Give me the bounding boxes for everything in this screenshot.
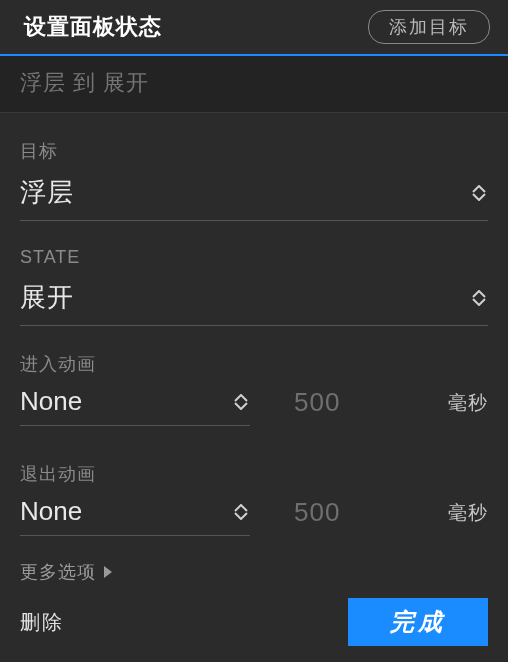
target-value: 浮层 (20, 175, 74, 210)
updown-icon (234, 394, 250, 410)
enter-anim-value: None (20, 386, 82, 417)
exit-duration-wrap: 毫秒 (274, 497, 488, 536)
updown-icon (234, 504, 250, 520)
panel-header: 设置面板状态 添加目标 (0, 0, 508, 54)
panel-body: 目标 浮层 STATE 展开 进入动画 None 毫秒 退出动画 (0, 113, 508, 584)
updown-icon (472, 290, 488, 306)
exit-duration-unit: 毫秒 (448, 500, 488, 526)
done-button[interactable]: 完成 (348, 598, 488, 646)
delete-button[interactable]: 删除 (20, 609, 64, 636)
summary-bar[interactable]: 浮层 到 展开 (0, 54, 508, 113)
exit-anim-value: None (20, 496, 82, 527)
target-select[interactable]: 浮层 (20, 169, 488, 221)
exit-anim-row: None 毫秒 (20, 492, 488, 536)
triangle-right-icon (104, 566, 112, 578)
more-options-label: 更多选项 (20, 560, 96, 584)
exit-anim-label: 退出动画 (20, 462, 488, 486)
state-label: STATE (20, 247, 488, 268)
enter-anim-row: None 毫秒 (20, 382, 488, 426)
enter-anim-select[interactable]: None (20, 382, 250, 426)
enter-duration-wrap: 毫秒 (274, 387, 488, 426)
add-target-button[interactable]: 添加目标 (368, 10, 490, 44)
enter-duration-unit: 毫秒 (448, 390, 488, 416)
enter-anim-label: 进入动画 (20, 352, 488, 376)
panel-title: 设置面板状态 (24, 12, 162, 42)
target-label: 目标 (20, 139, 488, 163)
panel-footer: 删除 完成 (0, 598, 508, 662)
enter-duration-input[interactable] (274, 387, 364, 418)
exit-anim-select[interactable]: None (20, 492, 250, 536)
state-select[interactable]: 展开 (20, 274, 488, 326)
updown-icon (472, 185, 488, 201)
more-options-toggle[interactable]: 更多选项 (20, 560, 488, 584)
state-value: 展开 (20, 280, 74, 315)
exit-duration-input[interactable] (274, 497, 364, 528)
